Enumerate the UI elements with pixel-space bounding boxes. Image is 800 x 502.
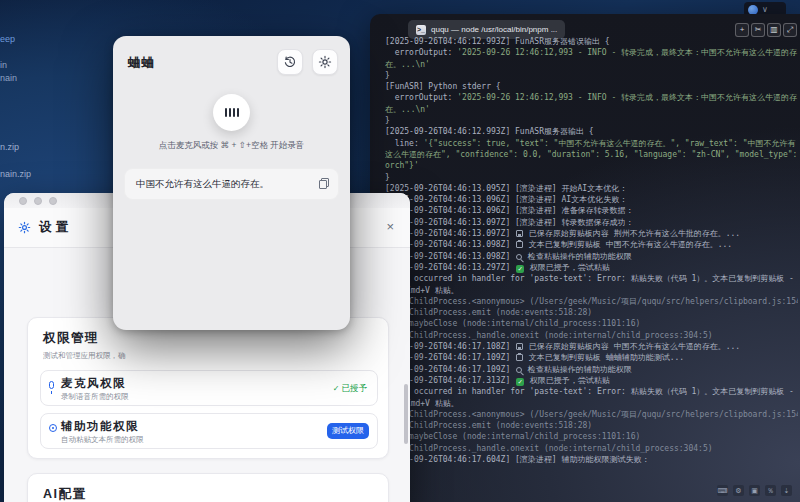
terminal-log-line: at maybeClose (node:internal/child_proce… <box>385 431 798 442</box>
terminal-log-line: line: '{"success": true, "text": "中国不允许有… <box>385 138 798 149</box>
terminal-log-line: [2025-09-26T04:46:13.098Z] 文本已复制到剪贴板 中国不… <box>385 239 798 250</box>
ai-config-card: AI配置 配置AI模型以优化和增强语音识别结果。如果API Key无效或未填写，… <box>27 473 389 502</box>
terminal-log-line: orch"}' <box>385 160 798 171</box>
terminal-log-line: errorOutput: '2025-09-26 12:46:12,993 - … <box>385 47 798 58</box>
desktop: eepinnainn.zipnain.zip ∨ >_ ququ — node … <box>0 0 800 502</box>
terminal-log-line: [2025-09-26T04:46:13.096Z] [渲染进程] 准备保存转录… <box>385 205 798 216</box>
clip-emoji-icon <box>516 241 523 248</box>
permission-row-subtitle: 自动粘贴文本所需的权限 <box>61 435 144 445</box>
accessibility-icon <box>49 424 57 432</box>
terminal-status-bar: ⌨ ⚙ ▣ ％ ⇣ <box>717 485 792 496</box>
history-icon <box>283 55 297 69</box>
terminal-log-line: 在。...\n' <box>385 104 798 115</box>
clip-emoji-icon <box>516 354 523 361</box>
mag-emoji-icon <box>516 254 522 260</box>
settings-button[interactable] <box>312 49 338 75</box>
ququ-popup-window: 蛐蛐 点击麦克风或按 ⌘ + ⇧+空格 <box>113 36 350 330</box>
new-tab-button[interactable]: + <box>735 23 749 37</box>
close-icon[interactable]: × <box>386 220 394 233</box>
terminal-log-line: 这么牛逼的存在", "confidence": 0.0, "duration":… <box>385 149 798 160</box>
settings-status-icon[interactable]: ⚙ <box>733 485 744 496</box>
accessibility-permission-row[interactable]: 辅助功能权限 自动粘贴文本所需的权限 测试权限 <box>40 413 378 449</box>
terminal-tab-title: ququ — node /usr/local/bin/pnpm ... <box>431 25 557 34</box>
copy-icon[interactable] <box>319 178 327 188</box>
terminal-log-line: [2025-09-26T04:46:13.095Z] [渲染进程] 开始AI文本… <box>385 183 798 194</box>
terminal-log-line: [2025-09-26T04:46:17.313Z] 权限已授予，尝试粘贴 <box>385 375 798 386</box>
settings-title: 设置 <box>39 219 72 236</box>
desktop-text-fragment: nain.zip <box>0 169 31 179</box>
terminal-log-line: at ChildProcess._handle.onexit (node:int… <box>385 330 798 341</box>
terminal-log[interactable]: [2025-09-26T04:46:12.993Z] FunASR服务器错误输出… <box>385 36 798 478</box>
blue-status-circle-icon <box>748 5 758 15</box>
desktop-text-fragment: in <box>0 60 7 70</box>
terminal-log-line: Error occurred in handler for 'paste-tex… <box>385 386 798 397</box>
terminal-log-line: 使用 Cmd+V 粘贴。 <box>385 398 798 409</box>
terminal-log-line: [2025-09-26T04:46:17.109Z] 检查粘贴操作的辅助功能权限 <box>385 364 798 375</box>
minimize-traffic-light[interactable] <box>34 197 42 205</box>
pane-status-icon[interactable]: ▣ <box>749 485 760 496</box>
app-title: 蛐蛐 <box>128 55 155 72</box>
history-button[interactable] <box>277 49 303 75</box>
granted-status-badge: ✓已授予 <box>333 383 367 395</box>
microphone-icon <box>49 381 54 389</box>
terminal-log-line: at ChildProcess.<anonymous> (/Users/geek… <box>385 409 798 420</box>
input-method-icon[interactable]: ⌨ <box>717 485 728 496</box>
terminal-log-line: } <box>385 70 798 81</box>
waveform-bars-icon <box>225 108 227 117</box>
clear-button[interactable]: ✂ <box>751 23 765 37</box>
terminal-log-line: [2025-09-26T04:46:17.604Z] [渲染进程] 辅助功能权限… <box>385 454 798 465</box>
save-emoji-icon <box>516 343 523 350</box>
desktop-text-fragment: nain <box>0 73 17 83</box>
permissions-card: 权限管理 测试和管理应用权限，确 麦克风权限 录制语音所需的权限 ✓已授予 辅助… <box>27 317 389 459</box>
terminal-app-icon: >_ <box>416 25 426 35</box>
terminal-log-line: Error occurred in handler for 'paste-tex… <box>385 273 798 284</box>
terminal-log-line: [FunASR] Python stderr { <box>385 81 798 92</box>
terminal-log-line: [2025-09-26T04:46:17.109Z] 文本已复制到剪贴板 蛐蛐辅… <box>385 352 798 363</box>
save-emoji-icon <box>516 230 523 237</box>
chk-emoji-icon <box>516 378 524 386</box>
permission-row-title: 麦克风权限 <box>61 376 126 391</box>
permission-row-title: 辅助功能权限 <box>61 419 139 434</box>
terminal-log-line: at ChildProcess.<anonymous> (/Users/geek… <box>385 296 798 307</box>
close-traffic-light[interactable] <box>19 197 27 205</box>
permissions-subtitle: 测试和管理应用权限，确 <box>43 351 373 361</box>
cpu-status-icon[interactable]: ％ <box>765 485 776 496</box>
test-permission-button[interactable]: 测试权限 <box>327 423 369 439</box>
terminal-log-line: errorOutput: '2025-09-26 12:46:12,993 - … <box>385 92 798 103</box>
settings-scrollbar[interactable] <box>404 384 408 444</box>
terminal-log-line: [2025-09-26T04:46:13.098Z] 检查粘贴操作的辅助功能权限 <box>385 251 798 262</box>
terminal-log-line: at maybeClose (node:internal/child_proce… <box>385 318 798 329</box>
terminal-log-line: } <box>385 115 798 126</box>
record-button[interactable] <box>213 94 250 131</box>
terminal-log-line: [2025-09-26T04:46:17.108Z] 已保存原始剪贴板内容 中国… <box>385 341 798 352</box>
ai-config-title: AI配置 <box>43 486 373 502</box>
terminal-log-line: at ChildProcess.emit (node:events:518:28… <box>385 420 798 431</box>
terminal-log-line: [2025-09-26T04:46:13.096Z] [渲染进程] AI文本优化… <box>385 194 798 205</box>
terminal-log-line: [2025-09-26T04:46:13.097Z] [渲染进程] 转录数据保存… <box>385 217 798 228</box>
terminal-log-line: [2025-09-26T04:46:13.297Z] 权限已授予，尝试粘贴 <box>385 262 798 273</box>
record-hint-text: 点击麦克风或按 ⌘ + ⇧+空格 开始录音 <box>113 140 350 152</box>
transcription-result-box: 中国不允许有这么牛逼的存在。 <box>124 168 339 200</box>
split-pane-button[interactable]: ▥ <box>767 23 781 37</box>
desktop-text-fragment: n.zip <box>0 142 19 152</box>
terminal-log-line: [2025-09-26T04:46:12.993Z] FunASR服务器错误输出… <box>385 36 798 47</box>
terminal-log-line: at ChildProcess.emit (node:events:518:28… <box>385 307 798 318</box>
gear-icon <box>318 55 332 69</box>
terminal-window: >_ ququ — node /usr/local/bin/pnpm ... +… <box>370 14 800 502</box>
expand-button[interactable]: ⤢ <box>783 23 797 37</box>
terminal-log-line: 在。...\n' <box>385 59 798 70</box>
terminal-log-line: } <box>385 172 798 183</box>
transcription-text: 中国不允许有这么牛逼的存在。 <box>136 178 269 191</box>
chk-emoji-icon <box>516 265 524 273</box>
gear-icon <box>18 221 31 234</box>
permission-row-subtitle: 录制语音所需的权限 <box>61 392 129 402</box>
terminal-log-line: 使用 Cmd+V 粘贴。 <box>385 285 798 296</box>
terminal-log-line: at ChildProcess._handle.onexit (node:int… <box>385 443 798 454</box>
terminal-toolbar: + ✂ ▥ ⤢ <box>735 23 797 37</box>
microphone-permission-row[interactable]: 麦克风权限 录制语音所需的权限 ✓已授予 <box>40 370 378 406</box>
download-status-icon[interactable]: ⇣ <box>781 485 792 496</box>
zoom-traffic-light[interactable] <box>49 197 57 205</box>
desktop-text-fragment: eep <box>0 34 15 44</box>
mag-emoji-icon <box>516 367 522 373</box>
terminal-log-line: [2025-09-26T04:46:12.993Z] FunASR服务器输出 { <box>385 126 798 137</box>
